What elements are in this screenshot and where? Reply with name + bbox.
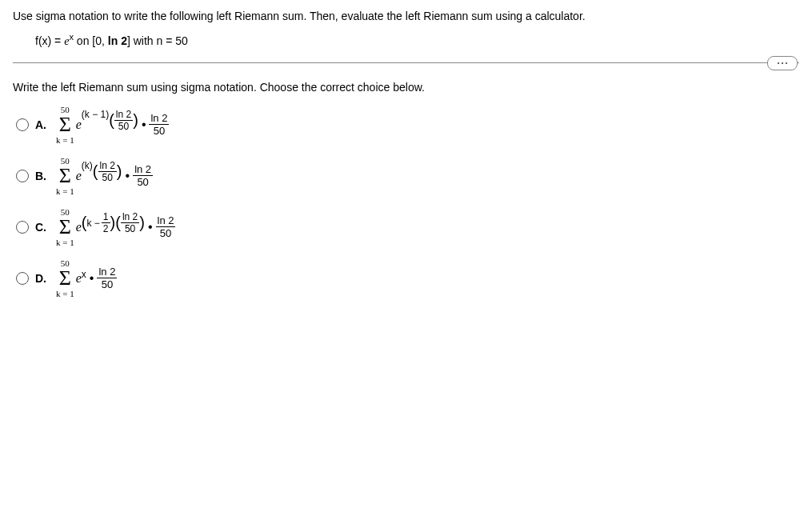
option-d-math: 50 Σ k = 1 e x • ln 250 bbox=[56, 258, 117, 298]
multiply-dot: • bbox=[90, 272, 94, 285]
divider-wrap bbox=[13, 62, 799, 63]
sub-question: Write the left Riemann sum using sigma n… bbox=[13, 81, 799, 94]
option-b-math: 50 Σ k = 1 e (k) ( ln 250 ) • ln 250 bbox=[56, 156, 153, 196]
option-c-row: C. 50 Σ k = 1 e ( k − 12 ) bbox=[16, 207, 799, 247]
divider bbox=[13, 62, 799, 63]
option-b-label: B. bbox=[35, 170, 50, 182]
multiply-dot: • bbox=[126, 170, 130, 182]
option-a-row: A. 50 Σ k = 1 e (k − 1) ( ln 250 ) • bbox=[16, 105, 799, 145]
option-a-math: 50 Σ k = 1 e (k − 1) ( ln 250 ) • ln 250 bbox=[56, 105, 169, 145]
radio-d[interactable] bbox=[16, 272, 29, 285]
option-c-math: 50 Σ k = 1 e ( k − 12 ) ( bbox=[56, 207, 175, 247]
question-text: Use sigma notation to write the followin… bbox=[13, 10, 799, 22]
multiply-dot: • bbox=[148, 221, 153, 234]
radio-c[interactable] bbox=[16, 221, 29, 234]
multiply-dot: • bbox=[142, 118, 146, 131]
given-function: f(x) = ex on [0, ln 2] with n = 50 bbox=[35, 32, 799, 48]
option-d-label: D. bbox=[35, 272, 50, 285]
radio-b[interactable] bbox=[16, 170, 29, 182]
option-d-row: D. 50 Σ k = 1 e x • ln 250 bbox=[16, 258, 799, 298]
radio-a[interactable] bbox=[16, 118, 29, 131]
more-options-icon[interactable] bbox=[767, 56, 798, 70]
option-b-row: B. 50 Σ k = 1 e (k) ( ln 250 ) • ln 2 bbox=[16, 156, 799, 196]
option-a-label: A. bbox=[35, 118, 50, 131]
option-c-label: C. bbox=[35, 221, 50, 234]
